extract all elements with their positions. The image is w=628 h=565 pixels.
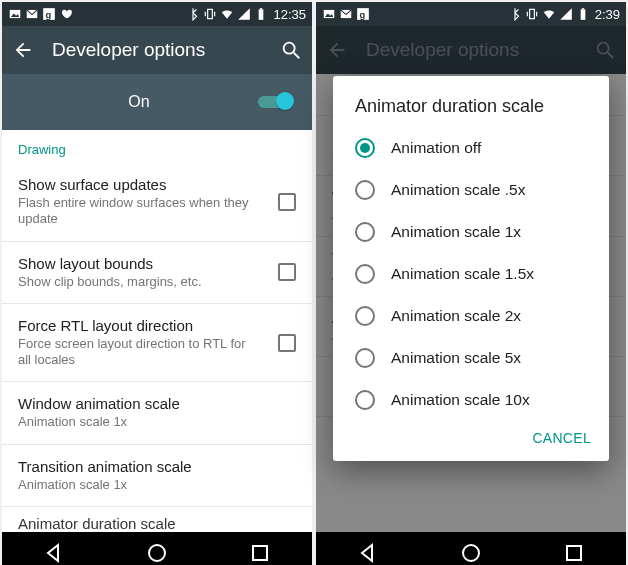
radio-option[interactable]: Animation scale 2x (337, 295, 605, 337)
animator-scale-dialog: Animator duration scale Animation offAni… (333, 76, 609, 461)
list-item[interactable]: Transition animation scaleAnimation scal… (2, 445, 312, 507)
radio-option[interactable]: Animation scale 1.5x (337, 253, 605, 295)
radio-option[interactable]: Animation off (337, 127, 605, 169)
nav-recent-icon[interactable] (248, 541, 272, 565)
app-bar: Developer options (2, 26, 312, 74)
bluetooth-icon (508, 7, 522, 21)
svg-rect-10 (260, 8, 262, 9)
nav-back-icon[interactable] (356, 541, 380, 565)
gallery-icon (8, 7, 22, 21)
svg-point-11 (284, 43, 295, 54)
bluetooth-icon (186, 7, 200, 21)
radio-button[interactable] (355, 222, 375, 242)
svg-marker-13 (48, 545, 58, 561)
radio-button[interactable] (355, 138, 375, 158)
list-item-subtitle: Animation scale 1x (18, 414, 296, 430)
radio-label: Animation scale .5x (391, 181, 525, 199)
svg-rect-21 (529, 9, 534, 18)
status-clock: 2:39 (595, 7, 620, 22)
list-item-subtitle: Force screen layout direction to RTL for… (18, 336, 258, 369)
google-plus-icon: g (42, 7, 56, 21)
list-item-subtitle: Animation scale 1x (18, 477, 296, 493)
radio-button[interactable] (355, 180, 375, 200)
svg-marker-29 (362, 545, 372, 561)
radio-label: Animation scale 2x (391, 307, 521, 325)
svg-marker-8 (239, 8, 251, 20)
list-item-title: Transition animation scale (18, 458, 296, 475)
nav-home-icon[interactable] (145, 541, 169, 565)
radio-option[interactable]: Animation scale 5x (337, 337, 605, 379)
radio-label: Animation scale 1.5x (391, 265, 534, 283)
list-item[interactable]: Force RTL layout directionForce screen l… (2, 304, 312, 383)
list-item-subtitle: Flash entire window surfaces when they u… (18, 195, 258, 228)
master-switch[interactable] (258, 92, 294, 112)
list-item-title: Window animation scale (18, 395, 296, 412)
nav-back-icon[interactable] (42, 541, 66, 565)
list-item-title: Force RTL layout direction (18, 317, 258, 334)
wifi-icon (220, 7, 234, 21)
signal-icon (559, 7, 573, 21)
checkbox[interactable] (278, 263, 296, 281)
dialog-scrim[interactable]: Animator duration scale Animation offAni… (316, 26, 626, 532)
list-item-subtitle: Show clip bounds, margins, etc. (18, 274, 258, 290)
radio-button[interactable] (355, 390, 375, 410)
radio-button[interactable] (355, 348, 375, 368)
cancel-button[interactable]: CANCEL (532, 430, 591, 446)
svg-point-30 (463, 545, 479, 561)
nav-bar (316, 532, 626, 565)
status-bar: g 2:39 (316, 2, 626, 26)
radio-label: Animation off (391, 139, 481, 157)
phone-left: g 12:35 Developer options On Drawing Sho… (2, 2, 312, 565)
checkbox[interactable] (278, 334, 296, 352)
search-icon[interactable] (280, 39, 302, 61)
section-header-drawing: Drawing (2, 130, 312, 163)
vibrate-icon (525, 7, 539, 21)
svg-rect-25 (580, 9, 585, 19)
gmail-icon (25, 7, 39, 21)
radio-button[interactable] (355, 306, 375, 326)
back-arrow-icon[interactable] (12, 39, 34, 61)
radio-button[interactable] (355, 264, 375, 284)
radio-label: Animation scale 10x (391, 391, 530, 409)
master-switch-row[interactable]: On (2, 74, 312, 130)
gmail-icon (339, 7, 353, 21)
status-clock: 12:35 (273, 7, 306, 22)
google-plus-icon: g (356, 7, 370, 21)
svg-rect-31 (567, 546, 581, 560)
heart-icon (59, 7, 73, 21)
appbar-title: Developer options (52, 39, 262, 61)
battery-icon (254, 7, 268, 21)
master-switch-label: On (20, 93, 258, 111)
radio-option[interactable]: Animation scale 10x (337, 379, 605, 421)
list-item[interactable]: Show layout boundsShow clip bounds, marg… (2, 242, 312, 304)
radio-option[interactable]: Animation scale .5x (337, 169, 605, 211)
wifi-icon (542, 7, 556, 21)
nav-recent-icon[interactable] (562, 541, 586, 565)
battery-icon (576, 7, 590, 21)
nav-bar (2, 532, 312, 565)
svg-rect-26 (582, 8, 584, 9)
status-bar: g 12:35 (2, 2, 312, 26)
list-item-title: Show surface updates (18, 176, 258, 193)
list-item-title[interactable]: Animator duration scale (2, 507, 312, 532)
vibrate-icon (203, 7, 217, 21)
settings-list[interactable]: Drawing Show surface updatesFlash entire… (2, 130, 312, 532)
svg-text:g: g (46, 10, 52, 20)
radio-option[interactable]: Animation scale 1x (337, 211, 605, 253)
svg-rect-5 (208, 9, 213, 18)
dialog-title: Animator duration scale (337, 96, 605, 127)
svg-rect-15 (253, 546, 267, 560)
phone-right: g 2:39 Developer options S Fl WA TA AA S… (316, 2, 626, 565)
gallery-icon (322, 7, 336, 21)
checkbox[interactable] (278, 193, 296, 211)
svg-line-12 (294, 53, 300, 59)
signal-icon (237, 7, 251, 21)
svg-rect-9 (259, 9, 264, 19)
svg-point-14 (149, 545, 165, 561)
list-item[interactable]: Show surface updatesFlash entire window … (2, 163, 312, 242)
radio-label: Animation scale 5x (391, 349, 521, 367)
svg-marker-24 (560, 8, 572, 20)
nav-home-icon[interactable] (459, 541, 483, 565)
svg-text:g: g (360, 10, 366, 20)
list-item[interactable]: Window animation scaleAnimation scale 1x (2, 382, 312, 444)
